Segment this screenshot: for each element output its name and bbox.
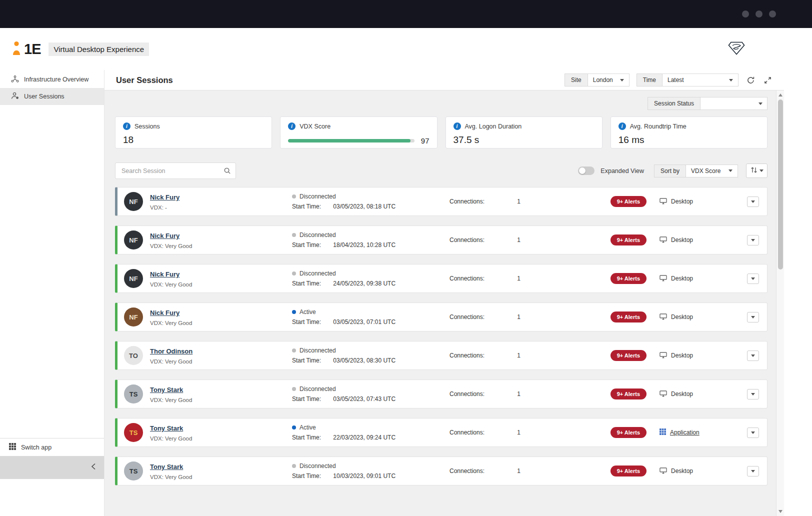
sidebar-collapse-button[interactable]: [0, 456, 104, 479]
start-time-value: 03/05/2023, 07:01 UTC: [333, 318, 396, 326]
fullscreen-button[interactable]: [763, 76, 772, 85]
sidebar-bottom: Switch app: [0, 438, 104, 516]
alerts-badge[interactable]: 9+ Alerts: [610, 312, 646, 322]
metric-label: Avg. Roundtrip Time: [630, 123, 686, 130]
chevron-down-icon: [751, 393, 755, 396]
status-label: Disconnected: [300, 270, 336, 277]
row-expand-button[interactable]: [747, 466, 759, 476]
site-filter: Site London: [564, 74, 630, 86]
row-expand-button[interactable]: [747, 196, 759, 207]
session-type-column: Desktop: [660, 352, 747, 360]
switch-app-label: Switch app: [21, 444, 52, 451]
metric-card-roundtrip-time: i Avg. Roundtrip Time 16 ms: [610, 116, 768, 148]
session-user-link[interactable]: Thor Odinson: [150, 348, 192, 355]
window-control-dot-2[interactable]: [756, 10, 762, 18]
session-type-label: Desktop: [671, 275, 693, 282]
content-scroll-area: Session Status i Sessions 18: [104, 90, 776, 516]
search-icon[interactable]: [224, 167, 231, 176]
app-title: Virtual Desktop Experience: [48, 42, 149, 56]
list-controls: Expanded View Sort by VDX Score: [115, 162, 768, 179]
time-dropdown[interactable]: Latest: [662, 74, 738, 86]
desktop-icon: [660, 352, 667, 360]
session-user-link[interactable]: Nick Fury: [150, 194, 180, 201]
session-type-label: Desktop: [671, 314, 693, 320]
session-status-column: Disconnected Start Time: 18/04/2023, 10:…: [292, 232, 450, 248]
session-row: NF Nick Fury VDX: Very Good Disconnected…: [115, 264, 768, 293]
info-icon[interactable]: i: [123, 122, 130, 130]
metrics-row: i Sessions 18 i VDX Score: [115, 116, 768, 148]
status-label: Disconnected: [300, 386, 336, 392]
start-time-label: Start Time:: [292, 203, 332, 210]
alerts-badge[interactable]: 9+ Alerts: [610, 388, 646, 400]
metric-card-vdx-score: i VDX Score 97: [280, 116, 437, 148]
start-time-value: 24/05/2023, 09:38 UTC: [333, 280, 396, 287]
session-type-label[interactable]: Application: [670, 429, 700, 436]
session-user-column: Tony Stark VDX: Very Good: [150, 385, 292, 403]
row-expand-button[interactable]: [747, 350, 759, 361]
alerts-badge[interactable]: 9+ Alerts: [610, 196, 646, 207]
search-session-input[interactable]: [115, 162, 236, 179]
session-user-link[interactable]: Nick Fury: [150, 309, 180, 316]
sidebar: Infrastructure Overview User Sessions: [0, 70, 104, 516]
window-control-dot-1[interactable]: [742, 10, 749, 18]
chevron-down-icon: [751, 470, 755, 472]
row-expand-button[interactable]: [747, 389, 759, 400]
app-header: 1E Virtual Desktop Experience: [0, 28, 784, 70]
scroll-up-arrow[interactable]: [778, 94, 782, 96]
desktop-icon: [660, 467, 667, 476]
refresh-button[interactable]: [746, 75, 756, 86]
connections-label: Connections:: [450, 198, 516, 205]
chevron-down-icon: [729, 79, 733, 82]
user-avatar: NF: [124, 269, 143, 288]
connections-label: Connections:: [450, 390, 516, 398]
application-grid-icon: [660, 428, 666, 436]
sidebar-item-user-sessions[interactable]: User Sessions: [0, 88, 104, 105]
sort-arrows-icon: [750, 166, 758, 175]
window-control-dot-3[interactable]: [769, 10, 776, 18]
site-dropdown[interactable]: London: [588, 74, 630, 86]
info-icon[interactable]: i: [454, 122, 461, 130]
expanded-view-toggle[interactable]: [578, 166, 594, 175]
row-expand-button[interactable]: [747, 274, 759, 284]
row-expand-button[interactable]: [747, 312, 759, 322]
session-vdx-label: VDX: -: [150, 204, 292, 210]
chevron-down-icon: [751, 200, 755, 203]
switch-app-button[interactable]: Switch app: [0, 438, 104, 456]
sort-direction-button[interactable]: [746, 164, 768, 178]
connections-value: 1: [517, 352, 520, 359]
session-type-label: Desktop: [671, 352, 693, 359]
session-row: NF Nick Fury VDX: Very Good Disconnected…: [115, 226, 768, 254]
alerts-badge[interactable]: 9+ Alerts: [610, 466, 646, 476]
row-expand-button[interactable]: [747, 428, 759, 438]
desktop-icon: [660, 236, 667, 244]
session-row: TS Tony Stark VDX: Very Good Active Star…: [115, 418, 768, 447]
session-user-link[interactable]: Tony Stark: [150, 386, 183, 394]
info-icon[interactable]: i: [288, 122, 296, 130]
session-row: TS Tony Stark VDX: Very Good Disconnecte…: [115, 456, 768, 486]
sort-by-dropdown[interactable]: VDX Score: [686, 164, 738, 178]
session-user-link[interactable]: Tony Stark: [150, 463, 183, 470]
user-avatar: NF: [124, 192, 143, 211]
info-icon[interactable]: i: [618, 122, 626, 130]
scrollbar-thumb[interactable]: [778, 100, 783, 270]
alerts-badge[interactable]: 9+ Alerts: [610, 273, 646, 284]
chevron-left-icon: [91, 463, 96, 472]
session-user-link[interactable]: Nick Fury: [150, 232, 180, 240]
user-avatar: TO: [124, 346, 143, 365]
desktop-icon: [660, 313, 667, 322]
row-expand-button[interactable]: [747, 235, 759, 246]
metric-label: VDX Score: [300, 123, 330, 130]
connections-value: 1: [517, 236, 520, 244]
session-user-link[interactable]: Tony Stark: [150, 424, 183, 432]
session-status-column: Disconnected Start Time: 24/05/2023, 09:…: [292, 270, 450, 287]
sidebar-item-infrastructure-overview[interactable]: Infrastructure Overview: [0, 71, 104, 88]
alerts-badge[interactable]: 9+ Alerts: [610, 427, 646, 438]
session-status-dropdown[interactable]: Session Status: [648, 97, 768, 110]
start-time-label: Start Time:: [292, 357, 332, 364]
metric-label: Sessions: [134, 123, 160, 130]
alerts-badge[interactable]: 9+ Alerts: [610, 234, 646, 246]
session-user-link[interactable]: Nick Fury: [150, 270, 180, 278]
metric-label: Avg. Logon Duration: [465, 123, 522, 130]
scroll-down-arrow[interactable]: [778, 510, 782, 513]
alerts-badge[interactable]: 9+ Alerts: [610, 350, 646, 361]
